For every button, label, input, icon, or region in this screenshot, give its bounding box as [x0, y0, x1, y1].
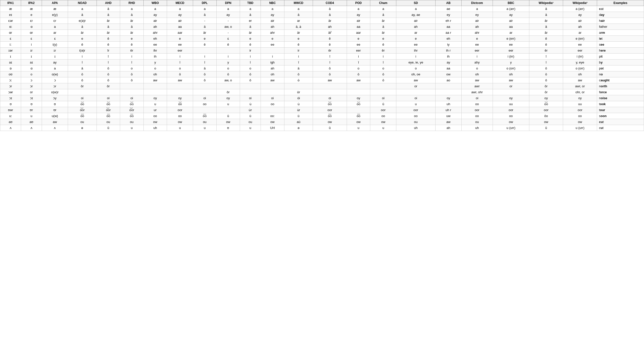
- cell-apa: aw: [42, 119, 68, 125]
- cell-sd: ah: [396, 24, 436, 30]
- cell-cham: ā: [370, 12, 396, 18]
- cell-tbd: ī: [240, 59, 261, 65]
- cell-tbd: [240, 83, 261, 89]
- cell-rhd: ä: [120, 24, 144, 30]
- cell-tbd: ō: [240, 71, 261, 77]
- cell-nbc: ow: [261, 119, 284, 125]
- cell-pod: [347, 83, 370, 89]
- cell-cod4: ā: [313, 12, 347, 18]
- cell-dpl: ō: [193, 71, 217, 77]
- cell-mwcd: e: [284, 36, 313, 42]
- cell-apa: ʊ: [42, 101, 68, 107]
- cell-dictcom: i: [461, 53, 492, 59]
- cell-dpn: aw, o: [216, 24, 240, 30]
- cell-wiki2: oor: [563, 107, 597, 113]
- cell-dpn: -: [216, 18, 240, 24]
- cell-ipa2: ʊr: [21, 107, 42, 113]
- cell-pod: u: [347, 125, 370, 131]
- cell-ipa2: u: [21, 113, 42, 119]
- cell-wiki2: o (orr): [563, 65, 597, 71]
- cell-noad: a: [68, 6, 97, 12]
- cell-bbc: aa: [492, 24, 529, 30]
- cell-bbc: i (irr): [492, 53, 529, 59]
- cell-wiki2: eer: [563, 48, 597, 53]
- cell-wbo: a: [144, 6, 167, 12]
- cell-ab: [435, 83, 461, 89]
- cell-sd: u: [396, 101, 436, 107]
- cell-wiki2: y, eye: [563, 59, 597, 65]
- cell-rhd: ē: [120, 42, 144, 48]
- cell-tbd: e: [240, 36, 261, 42]
- col-pod: POD: [347, 0, 370, 6]
- phonetics-table: IPA1 IPA2 APA NOAD AHD RHD WBO MECD DPL …: [0, 0, 644, 131]
- col-ab: AB: [435, 0, 461, 6]
- cell-wbo: ah: [144, 24, 167, 30]
- cell-ipa1: iː: [0, 42, 21, 48]
- cell-examples: hair: [597, 18, 644, 24]
- cell-dictcom: ahr: [461, 30, 492, 36]
- cell-sd: aw: [396, 77, 436, 83]
- cell-apa: i(y): [42, 42, 68, 48]
- cell-mwcd: a: [284, 6, 313, 12]
- cell-examples: pot: [597, 65, 644, 71]
- cell-mecd: [167, 83, 193, 89]
- cell-ipa2: or: [21, 89, 42, 95]
- cell-ab: aw: [435, 119, 461, 125]
- cell-ipa1: ɛ: [0, 36, 21, 42]
- cell-dictcom: oo: [461, 113, 492, 119]
- cell-ahd: ă: [96, 6, 120, 12]
- cell-pod: o͞o: [347, 113, 370, 119]
- cell-nbc: oo:: [261, 113, 284, 119]
- cell-nbc: ee: [261, 42, 284, 48]
- cell-pod: ow: [347, 119, 370, 125]
- cell-rhd: âr: [120, 18, 144, 24]
- cell-apa: ʊr: [42, 107, 68, 113]
- cell-ipa1: ɔɪ: [0, 95, 21, 101]
- cell-cod4: o͝o: [313, 101, 347, 107]
- cell-wbo: ow: [144, 119, 167, 125]
- cell-ahd: ō: [96, 71, 120, 77]
- cell-dpn: ôr: [216, 89, 240, 95]
- cell-pod: [347, 89, 370, 95]
- cell-wbo: ihr: [144, 48, 167, 53]
- cell-cham: är: [370, 30, 396, 36]
- cell-dpn: aw, o: [216, 77, 240, 83]
- cell-dpl: a: [193, 6, 217, 12]
- cell-sd: ay, ae: [396, 12, 436, 18]
- cell-ahd: ŭ: [96, 125, 120, 131]
- cell-pod: [347, 107, 370, 113]
- cell-cham: e: [370, 36, 396, 42]
- cell-tbd: oi: [240, 95, 261, 101]
- cell-wiki2: awr, or: [563, 83, 597, 89]
- col-cham: Cham: [370, 0, 396, 6]
- cell-examples: soon: [597, 113, 644, 119]
- header-row: IPA1 IPA2 APA NOAD AHD RHD WBO MECD DPL …: [0, 0, 644, 6]
- cell-tbd: är: [240, 30, 261, 36]
- cell-examples: noise: [597, 95, 644, 101]
- cell-nbc: ay: [261, 12, 284, 18]
- cell-ahd: är: [96, 30, 120, 36]
- table-row: ɔəroro(w)rôrȯrawr, ohrōrohr, orforce: [0, 89, 644, 95]
- table-row: ɔɪɔɪɔyoioioioyoyoioyoioiȯioioyoioioyoioy…: [0, 95, 644, 101]
- cell-cod4: oor: [313, 107, 347, 113]
- cell-wiki1: ĕ: [529, 36, 563, 42]
- cell-bbc: oo: [492, 113, 529, 119]
- cell-mwcd: ü: [284, 113, 313, 119]
- col-wiki2: Wikipedia²: [563, 0, 597, 6]
- cell-mecd: i: [167, 53, 193, 59]
- cell-dictcom: ey: [461, 12, 492, 18]
- cell-mecd: eer: [167, 48, 193, 53]
- cell-pod: ee: [347, 42, 370, 48]
- cell-cod4: oi: [313, 95, 347, 101]
- cell-dictcom: o: [461, 65, 492, 71]
- table-row: ɛɛɛeĕeeheeɛeeeĕeeeehee (err)ĕe (err)let: [0, 36, 644, 42]
- cell-pod: aar: [347, 30, 370, 36]
- cell-ab: uh r: [435, 107, 461, 113]
- cell-tbd: [240, 89, 261, 95]
- cell-nbc: i: [261, 53, 284, 59]
- cell-pod: ay: [347, 12, 370, 18]
- cell-dictcom: ahy: [461, 59, 492, 65]
- cell-pod: ō: [347, 71, 370, 77]
- cell-dpl: -: [193, 18, 217, 24]
- cell-mecd: aar: [167, 30, 193, 36]
